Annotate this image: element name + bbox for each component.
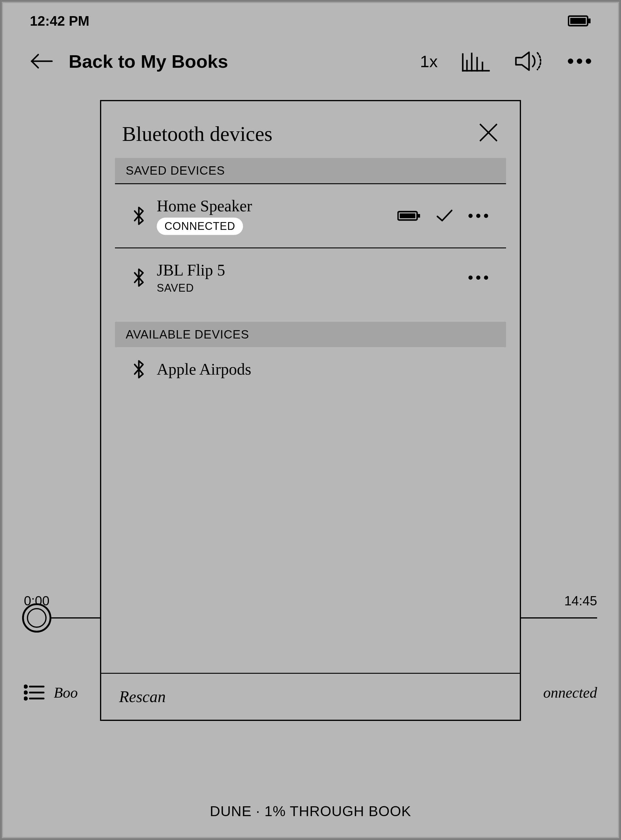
equalizer-icon[interactable] <box>462 50 490 72</box>
back-button[interactable]: Back to My Books <box>30 51 408 72</box>
device-status-saved: SAVED <box>157 282 456 294</box>
device-row[interactable]: JBL Flip 5 SAVED <box>115 248 506 307</box>
list-icon[interactable] <box>24 684 45 701</box>
bottom-right-text: onnected <box>544 684 597 701</box>
device-name: Apple Airpods <box>157 360 488 378</box>
available-devices-header: AVAILABLE DEVICES <box>115 322 506 347</box>
status-bar: 12:42 PM <box>3 3 618 39</box>
playback-speed-button[interactable]: 1x <box>420 51 438 71</box>
back-label: Back to My Books <box>69 51 228 72</box>
svg-rect-2 <box>588 18 591 23</box>
svg-point-11 <box>24 686 27 688</box>
device-battery-icon <box>397 210 421 222</box>
close-icon[interactable] <box>478 122 499 143</box>
device-row[interactable]: Home Speaker CONNECTED <box>115 184 506 248</box>
modal-title: Bluetooth devices <box>122 122 273 146</box>
toolbar: Back to My Books 1x <box>3 39 618 83</box>
progress-caption: DUNE · 1% THROUGH BOOK <box>3 803 618 819</box>
svg-rect-21 <box>418 214 420 218</box>
device-row[interactable]: Apple Airpods <box>115 347 506 391</box>
status-time: 12:42 PM <box>30 13 89 29</box>
bluetooth-icon <box>133 360 145 379</box>
bluetooth-modal: Bluetooth devices SAVED DEVICES Home Spe… <box>100 100 521 721</box>
svg-marker-10 <box>516 52 529 70</box>
battery-icon <box>568 15 591 27</box>
volume-icon[interactable] <box>514 50 544 72</box>
more-icon[interactable] <box>568 59 591 64</box>
device-status-connected: CONNECTED <box>157 218 243 235</box>
remaining-time: 14:45 <box>564 593 597 608</box>
device-more-icon[interactable] <box>468 214 488 218</box>
checkmark-icon <box>436 209 453 223</box>
rescan-button[interactable]: Rescan <box>101 673 520 720</box>
svg-point-13 <box>24 691 27 694</box>
device-name: Home Speaker <box>157 197 385 215</box>
scrubber-handle[interactable] <box>22 603 51 633</box>
device-name: JBL Flip 5 <box>157 261 456 279</box>
bluetooth-icon <box>133 206 145 226</box>
saved-devices-header: SAVED DEVICES <box>115 158 506 184</box>
arrow-left-icon <box>30 52 54 70</box>
svg-point-15 <box>24 697 27 700</box>
bluetooth-icon <box>133 268 145 287</box>
device-more-icon[interactable] <box>468 275 488 280</box>
bottom-left-text: Boo <box>54 684 78 701</box>
svg-rect-20 <box>400 213 415 218</box>
svg-rect-1 <box>570 18 586 24</box>
